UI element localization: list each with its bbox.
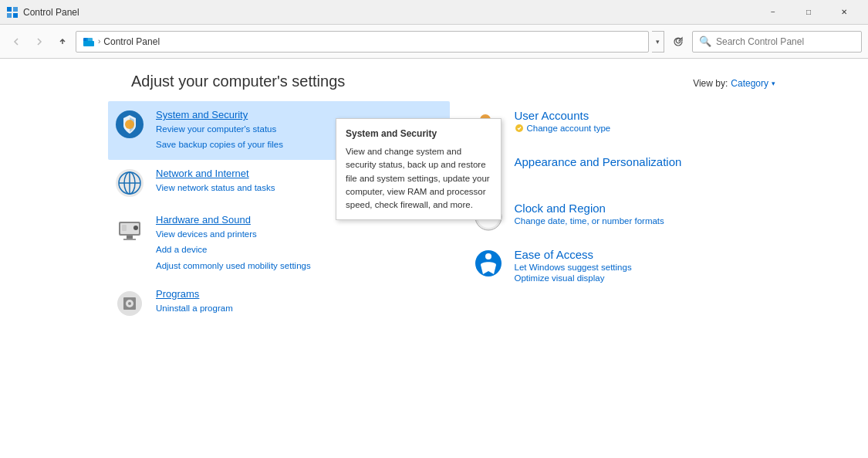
window-controls: − □ ✕ <box>755 0 862 25</box>
clock-text: Clock and Region Change date, time, or n… <box>515 202 664 226</box>
search-box[interactable]: 🔍 <box>692 31 862 53</box>
ease-link-1[interactable]: Optimize visual display <box>515 273 632 283</box>
path-separator: › <box>98 37 100 46</box>
programs-link-0[interactable]: Uninstall a program <box>156 301 233 315</box>
svg-rect-1 <box>13 7 18 12</box>
current-path: Control Panel <box>103 36 160 47</box>
tooltip-body: View and change system and security stat… <box>346 145 491 212</box>
user-accounts-title[interactable]: User Accounts <box>515 109 611 122</box>
system-security-icon <box>114 109 145 140</box>
view-by-dropdown-icon[interactable]: ▾ <box>772 80 775 87</box>
appearance-text: Appearance and Personalization <box>515 155 682 168</box>
programs-text: Programs Uninstall a program <box>156 288 233 315</box>
system-security-link-1[interactable]: Save backup copies of your files <box>156 137 283 151</box>
system-security-text: System and Security Review your computer… <box>156 109 283 152</box>
hardware-icon <box>114 214 145 245</box>
hardware-link-1[interactable]: Add a device <box>156 243 311 256</box>
clock-title[interactable]: Clock and Region <box>515 202 664 215</box>
svg-rect-16 <box>122 225 127 231</box>
svg-rect-19 <box>123 239 136 240</box>
address-bar: › Control Panel ▾ 🔍 <box>0 25 868 59</box>
maximize-button[interactable]: □ <box>791 0 826 25</box>
system-security-link-0[interactable]: Review your computer's status <box>156 122 283 136</box>
hardware-link-0[interactable]: View devices and printers <box>156 227 311 241</box>
svg-rect-2 <box>7 13 12 18</box>
svg-rect-18 <box>127 236 133 239</box>
view-by-value[interactable]: Category <box>731 78 768 89</box>
programs-title[interactable]: Programs <box>156 288 233 300</box>
tooltip-title: System and Security <box>346 127 491 141</box>
hardware-text: Hardware and Sound View devices and prin… <box>156 214 311 273</box>
category-clock[interactable]: Clock and Region Change date, time, or n… <box>473 194 792 240</box>
tooltip-popup: System and Security View and change syst… <box>336 118 502 220</box>
category-appearance[interactable]: Appearance and Personalization <box>473 148 792 194</box>
category-system-security[interactable]: System and Security Review your computer… <box>108 101 450 160</box>
svg-point-8 <box>125 120 134 129</box>
up-button[interactable] <box>52 32 73 52</box>
ease-icon <box>473 248 504 279</box>
ease-text: Ease of Access Let Windows suggest setti… <box>515 248 632 283</box>
network-link-0[interactable]: View network status and tasks <box>156 181 275 195</box>
hardware-link-2[interactable]: Adjust commonly used mobility settings <box>156 259 311 273</box>
network-icon <box>114 168 145 198</box>
search-icon: 🔍 <box>699 36 711 47</box>
title-bar: Control Panel − □ ✕ <box>0 0 868 25</box>
category-programs[interactable]: Programs Uninstall a program <box>108 280 450 327</box>
svg-point-37 <box>485 253 491 260</box>
svg-point-23 <box>128 302 131 305</box>
left-categories: System and Security Review your computer… <box>108 101 450 327</box>
svg-rect-6 <box>83 41 94 46</box>
view-by-label: View by: <box>693 78 728 89</box>
forward-button[interactable] <box>29 32 49 52</box>
svg-rect-3 <box>13 13 18 18</box>
close-button[interactable]: ✕ <box>826 0 862 25</box>
svg-rect-0 <box>7 7 12 12</box>
system-security-title[interactable]: System and Security <box>156 109 283 120</box>
app-icon <box>6 6 19 19</box>
refresh-button[interactable] <box>667 31 689 53</box>
page-title: Adjust your computer's settings <box>131 73 345 90</box>
address-path[interactable]: › Control Panel <box>76 31 649 53</box>
clock-link-0[interactable]: Change date, time, or number formats <box>515 216 664 226</box>
user-accounts-text: User Accounts Change account type <box>515 109 611 133</box>
window-title: Control Panel <box>23 7 755 18</box>
appearance-title[interactable]: Appearance and Personalization <box>515 155 682 168</box>
svg-point-17 <box>133 226 138 230</box>
ease-link-0[interactable]: Let Windows suggest settings <box>515 263 632 272</box>
category-ease[interactable]: Ease of Access Let Windows suggest setti… <box>473 240 792 290</box>
minimize-button[interactable]: − <box>755 0 791 25</box>
network-title[interactable]: Network and Internet <box>156 168 275 179</box>
back-button[interactable] <box>6 32 26 52</box>
main-content: Adjust your computer's settings View by:… <box>0 59 868 458</box>
address-dropdown-button[interactable]: ▾ <box>652 31 664 53</box>
search-input[interactable] <box>716 36 855 47</box>
ease-title[interactable]: Ease of Access <box>515 248 632 261</box>
network-text: Network and Internet View network status… <box>156 168 275 195</box>
category-user-accounts[interactable]: User Accounts Change account type <box>473 101 792 148</box>
path-icon <box>83 36 95 48</box>
programs-icon <box>114 288 145 319</box>
user-accounts-link-0[interactable]: Change account type <box>515 124 611 133</box>
hardware-title[interactable]: Hardware and Sound <box>156 214 311 226</box>
